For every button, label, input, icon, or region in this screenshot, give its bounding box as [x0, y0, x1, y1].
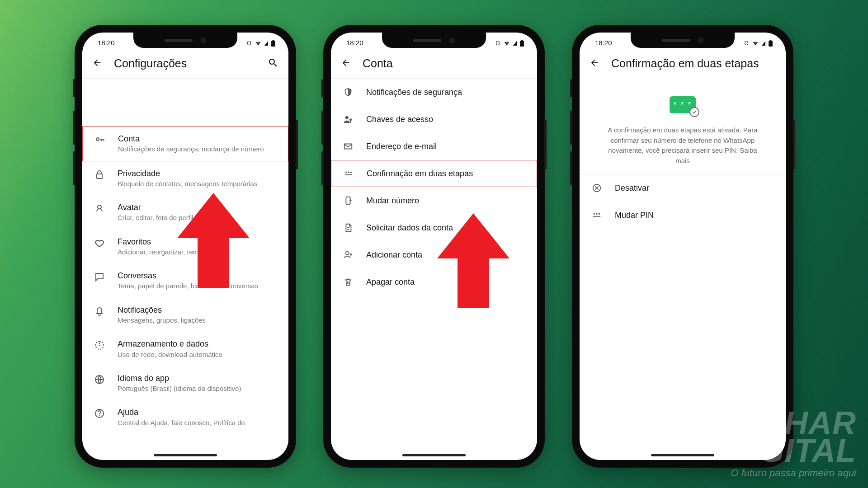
- item-label: Notificações de segurança: [366, 87, 525, 98]
- status-time: 18:20: [344, 39, 363, 47]
- account-item-request-info[interactable]: Solicitar dados da conta: [331, 214, 537, 241]
- item-label: Idioma do app: [118, 373, 277, 384]
- screen-settings: 18:20 Configurações Cont: [82, 33, 288, 460]
- item-label: Notificações: [118, 305, 277, 315]
- item-label: Solicitar dados da conta: [366, 222, 525, 233]
- svg-point-9: [346, 252, 349, 255]
- status-time: 18:20: [95, 39, 115, 47]
- item-label: Confirmação em duas etapas: [367, 168, 525, 179]
- wifi-icon: [503, 41, 510, 46]
- alarm-icon: [246, 41, 252, 46]
- svg-point-2: [99, 415, 100, 416]
- lock-icon: [94, 169, 105, 180]
- back-button[interactable]: [92, 58, 102, 70]
- account-item-two-step[interactable]: Confirmação em duas etapas: [331, 160, 537, 187]
- account-item-passkeys[interactable]: Chaves de acesso: [331, 106, 537, 133]
- svg-rect-7: [345, 174, 353, 175]
- item-label: Mudar PIN: [615, 210, 774, 221]
- account-list: Notificações de segurança Chaves de aces…: [331, 79, 537, 460]
- signal-icon: [513, 41, 517, 46]
- signal-icon: [264, 41, 269, 46]
- item-sub: Bloqueio de contatos, mensagens temporár…: [118, 179, 277, 188]
- back-button[interactable]: [590, 58, 599, 70]
- svg-point-6: [350, 172, 352, 174]
- storage-icon: [94, 340, 105, 351]
- home-indicator: [651, 454, 714, 456]
- svg-point-12: [596, 213, 598, 215]
- settings-item-notifications[interactable]: Notificações Mensagens, grupos, ligações: [82, 298, 288, 332]
- item-sub: Adicionar, reorganizar, remover: [118, 248, 277, 257]
- phone-notch: [382, 33, 486, 48]
- bell-icon: [94, 306, 105, 317]
- signal-icon: [761, 41, 766, 46]
- item-sub: Central de Ajuda, fale conosco, Política…: [118, 418, 277, 427]
- chat-icon: [94, 272, 105, 282]
- account-item-change-number[interactable]: Mudar número: [331, 187, 537, 214]
- globe-icon: [94, 374, 105, 385]
- settings-item-avatar[interactable]: Avatar Criar, editar, foto do perfil: [82, 195, 288, 230]
- svg-point-5: [348, 172, 349, 174]
- status-icons: [246, 40, 276, 47]
- svg-point-4: [345, 172, 347, 174]
- account-item-add-account[interactable]: Adicionar conta: [331, 241, 537, 268]
- two-step-change-pin[interactable]: Mudar PIN: [580, 202, 786, 229]
- trash-icon: [343, 277, 354, 287]
- wifi-icon: [255, 41, 262, 46]
- phone-notch: [631, 33, 735, 48]
- key-icon: [94, 135, 105, 145]
- two-step-hero: * * * A confirmação em duas etapas está …: [580, 78, 786, 174]
- settings-item-favorites[interactable]: Favoritos Adicionar, reorganizar, remove…: [82, 230, 288, 264]
- hero-description: A confirmação em duas etapas está ativad…: [601, 125, 764, 166]
- item-label: Desativar: [615, 183, 774, 193]
- document-icon: [343, 222, 354, 233]
- avatar-icon: [94, 203, 105, 214]
- back-button[interactable]: [341, 58, 351, 70]
- page-title: Conta: [363, 57, 527, 70]
- item-label: Avatar: [118, 202, 277, 213]
- settings-item-account[interactable]: Conta Notificações de segurança, mudança…: [82, 126, 288, 161]
- item-sub: Uso de rede, download automático: [118, 350, 277, 359]
- status-icons: [495, 40, 524, 47]
- account-item-email[interactable]: Endereço de e-mail: [331, 133, 537, 160]
- watermark-tagline: O futuro passa primeiro aqui: [731, 467, 856, 479]
- item-label: Conta: [118, 133, 276, 144]
- passkey-icon: [343, 114, 354, 125]
- page-title: Configurações: [114, 57, 256, 70]
- settings-item-storage[interactable]: Armazenamento e dados Uso de rede, downl…: [82, 332, 288, 366]
- shield-icon: [343, 87, 354, 98]
- person-add-icon: [343, 249, 354, 260]
- settings-item-chats[interactable]: Conversas Tema, papel de parede, históri…: [82, 263, 288, 298]
- item-label: Favoritos: [118, 236, 277, 247]
- page-title: Confirmação em duas etapas: [611, 57, 776, 70]
- search-button[interactable]: [268, 57, 278, 70]
- status-icons: [743, 40, 773, 47]
- settings-list: Conta Notificações de segurança, mudança…: [82, 126, 288, 460]
- item-sub: Tema, papel de parede, histórico de conv…: [118, 282, 277, 291]
- phone-mockup-2: 18:20 Conta Notificações de segurança: [323, 25, 545, 468]
- two-step-disable[interactable]: Desativar: [580, 174, 786, 202]
- item-label: Chaves de acesso: [366, 114, 525, 125]
- svg-point-13: [599, 213, 600, 215]
- item-label: Privacidade: [118, 168, 277, 179]
- item-label: Ajuda: [118, 407, 277, 418]
- battery-icon: [768, 40, 773, 47]
- screen-account: 18:20 Conta Notificações de segurança: [331, 33, 537, 460]
- topbar: Conta: [331, 48, 537, 78]
- heart-icon: [94, 238, 105, 249]
- account-item-security[interactable]: Notificações de segurança: [331, 79, 537, 106]
- item-label: Conversas: [118, 270, 277, 281]
- settings-item-help[interactable]: Ajuda Central de Ajuda, fale conosco, Po…: [82, 400, 288, 434]
- item-sub: Português (Brasil) (idioma do dispositiv…: [118, 384, 277, 393]
- account-item-delete[interactable]: Apagar conta: [331, 268, 537, 296]
- svg-point-3: [345, 116, 349, 119]
- battery-icon: [271, 40, 276, 47]
- item-label: Endereço de e-mail: [366, 141, 525, 152]
- settings-item-language[interactable]: Idioma do app Português (Brasil) (idioma…: [82, 366, 288, 400]
- svg-rect-14: [593, 216, 601, 217]
- svg-point-11: [594, 213, 595, 215]
- mail-icon: [343, 141, 354, 152]
- item-label: Armazenamento e dados: [118, 338, 277, 349]
- pin-badge-icon: * * *: [670, 96, 696, 113]
- status-time: 18:20: [592, 39, 612, 47]
- settings-item-privacy[interactable]: Privacidade Bloqueio de contatos, mensag…: [82, 161, 288, 196]
